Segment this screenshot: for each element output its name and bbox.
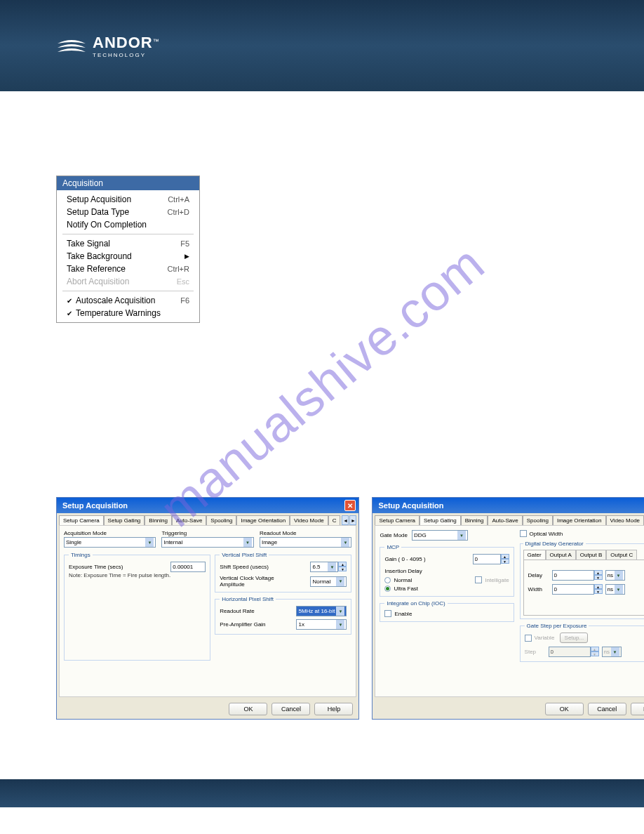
- shift-speed-label: Shift Speed (usecs): [220, 564, 269, 570]
- tab-setup-camera[interactable]: Setup Camera: [59, 515, 104, 525]
- readout-mode-label: Readout Mode: [260, 530, 351, 536]
- brand-subtitle: TECHNOLOGY: [93, 52, 159, 58]
- vcv-select[interactable]: Normal: [310, 576, 347, 587]
- tab-video-mode[interactable]: Video Mode: [606, 515, 645, 525]
- spinner-up[interactable]: ▲: [594, 584, 603, 589]
- preamp-label: Pre-Amplifier Gain: [220, 621, 265, 628]
- brand-logo: ANDOR™ TECHNOLOGY: [56, 34, 159, 58]
- dialog-title: Setup Acquisition: [378, 501, 443, 510]
- spinner-down[interactable]: ▼: [594, 575, 603, 580]
- spinner-down[interactable]: ▼: [594, 589, 603, 594]
- dialog-titlebar: Setup Acquisition ✕: [373, 498, 644, 513]
- ddg-tab-output-c[interactable]: Output C: [606, 550, 637, 560]
- step-label: Step: [525, 649, 546, 655]
- spinner-down[interactable]: ▼: [501, 559, 509, 564]
- menu-take-signal[interactable]: Take SignalF5: [57, 237, 199, 250]
- ioc-legend: Integrate on Chip (IOC): [384, 600, 447, 607]
- dropdown-icon: [341, 538, 349, 547]
- dialog-tabs: Setup Camera Setup Gating Binning Auto-S…: [373, 513, 644, 525]
- delay-input[interactable]: [552, 570, 594, 581]
- ddg-tab-output-a[interactable]: Output A: [546, 550, 576, 560]
- ioc-enable-checkbox[interactable]: [384, 610, 391, 617]
- ok-button[interactable]: OK: [229, 703, 267, 715]
- shift-speed-select[interactable]: 6.5: [310, 562, 338, 572]
- menu-setup-data-type[interactable]: Setup Data TypeCtrl+D: [57, 206, 199, 218]
- dialog-tabs: Setup Camera Setup Gating Binning Auto-S…: [57, 513, 358, 525]
- spinner-up[interactable]: ▲: [501, 554, 509, 559]
- cancel-button[interactable]: Cancel: [588, 703, 626, 715]
- gate-mode-select[interactable]: DDG: [412, 530, 468, 541]
- ok-button[interactable]: OK: [545, 703, 584, 715]
- preamp-select[interactable]: 1x: [296, 619, 347, 630]
- tab-spooling[interactable]: Spooling: [206, 515, 236, 525]
- menu-setup-acquisition[interactable]: Setup AcquisitionCtrl+A: [57, 193, 199, 206]
- brand-name: ANDOR: [93, 34, 153, 51]
- ultrafast-radio[interactable]: [384, 585, 391, 592]
- cancel-button[interactable]: Cancel: [271, 703, 310, 715]
- menu-take-background[interactable]: Take Background▶: [57, 250, 199, 263]
- tab-setup-gating[interactable]: Setup Gating: [104, 515, 145, 525]
- tab-video-mode[interactable]: Video Mode: [290, 515, 328, 525]
- spinner-down: ▼: [591, 651, 599, 656]
- intelligate-checkbox: [475, 576, 482, 583]
- tab-scroll-left[interactable]: ◄: [342, 515, 349, 525]
- step-input: [549, 647, 591, 657]
- watermark-text: manualshive.com: [149, 234, 495, 538]
- dropdown-icon: [243, 538, 252, 547]
- width-unit-select[interactable]: ns: [605, 584, 625, 595]
- normal-radio[interactable]: [384, 577, 391, 583]
- page-footer: [0, 779, 644, 807]
- tab-overflow[interactable]: C: [328, 515, 341, 525]
- dialog-title: Setup Acquisition: [62, 501, 128, 510]
- spinner-up[interactable]: ▲: [338, 562, 347, 567]
- ddg-tab-output-b[interactable]: Output B: [576, 550, 607, 560]
- readout-mode-select[interactable]: Image: [260, 537, 351, 548]
- exposure-label: Exposure Time (secs): [69, 564, 123, 570]
- menu-notify-completion[interactable]: Notify On Completion: [57, 218, 199, 231]
- tab-scroll-right[interactable]: ►: [349, 515, 356, 525]
- tab-image-orientation[interactable]: Image Orientation: [553, 515, 606, 525]
- step-unit-select: ns: [602, 647, 622, 657]
- dropdown-icon: [145, 538, 154, 547]
- tab-auto-save[interactable]: Auto-Save: [172, 515, 206, 525]
- tab-binning[interactable]: Binning: [461, 515, 488, 525]
- delay-label: Delay: [528, 572, 549, 578]
- acq-mode-label: Acquisition Mode: [64, 530, 156, 536]
- readout-rate-label: Readout Rate: [220, 608, 254, 614]
- help-button[interactable]: Help: [631, 703, 644, 715]
- ddg-tab-gater[interactable]: Gater: [523, 550, 546, 560]
- gain-input[interactable]: [473, 554, 501, 564]
- readout-rate-select[interactable]: 5MHz at 16-bit: [296, 606, 347, 616]
- acq-mode-select[interactable]: Single: [64, 537, 156, 548]
- optical-width-checkbox[interactable]: [520, 530, 527, 537]
- help-button[interactable]: Help: [314, 703, 353, 715]
- dropdown-icon: [611, 647, 619, 656]
- menu-autoscale[interactable]: ✔Autoscale AcquisitionF6: [57, 294, 199, 307]
- dropdown-icon: [336, 607, 344, 616]
- tab-binning[interactable]: Binning: [145, 515, 172, 525]
- setup-acquisition-dialog-camera: Setup Acquisition ✕ Setup Camera Setup G…: [56, 497, 359, 720]
- close-button[interactable]: ✕: [344, 500, 356, 511]
- dropdown-icon: [328, 562, 336, 571]
- tab-spooling[interactable]: Spooling: [523, 515, 553, 525]
- triggering-label: Triggering: [161, 530, 253, 536]
- mcp-legend: MCP: [384, 544, 401, 550]
- tab-auto-save[interactable]: Auto-Save: [488, 515, 522, 525]
- tab-setup-gating[interactable]: Setup Gating: [420, 515, 461, 525]
- exposure-input[interactable]: [170, 562, 206, 572]
- delay-unit-select[interactable]: ns: [605, 570, 625, 581]
- gate-mode-label: Gate Mode: [380, 532, 408, 538]
- page-header: ANDOR™ TECHNOLOGY: [0, 0, 644, 91]
- menu-take-reference[interactable]: Take ReferenceCtrl+R: [57, 263, 199, 275]
- tab-setup-camera[interactable]: Setup Camera: [375, 515, 420, 525]
- triggering-select[interactable]: Internal: [161, 537, 253, 548]
- width-input[interactable]: [552, 584, 594, 595]
- variable-checkbox: [525, 635, 532, 642]
- dropdown-icon: [615, 571, 623, 580]
- spinner-down[interactable]: ▼: [338, 567, 347, 571]
- menu-temp-warnings[interactable]: ✔Temperature Warnings: [57, 307, 199, 319]
- dropdown-icon: [457, 531, 466, 540]
- tab-image-orientation[interactable]: Image Orientation: [236, 515, 290, 525]
- spinner-up[interactable]: ▲: [594, 570, 603, 575]
- dropdown-icon: [336, 577, 344, 586]
